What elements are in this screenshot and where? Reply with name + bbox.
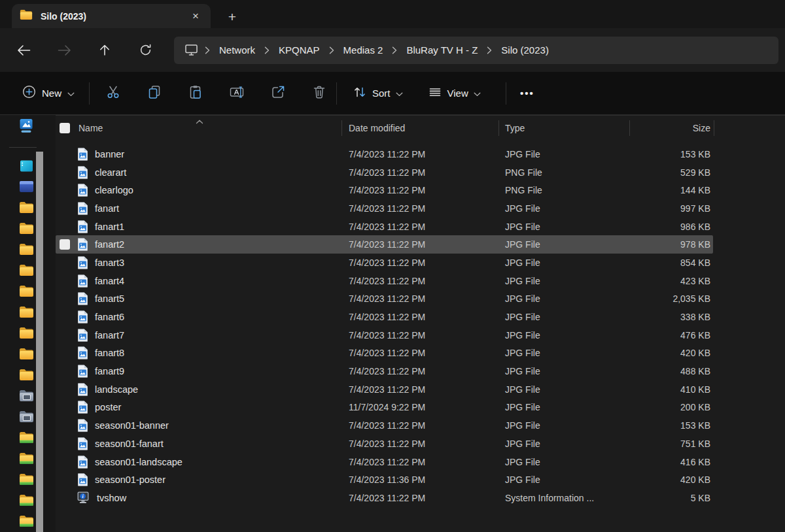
sidebar-item-folder[interactable] [18,348,34,363]
sidebar-item-video-folder[interactable] [18,410,34,425]
file-row[interactable]: fanart57/4/2023 11:22 PMJPG File2,035 KB [56,290,713,308]
see-more-button[interactable]: ••• [514,81,540,106]
image-file-icon [77,310,88,324]
sidebar-item-folder[interactable] [18,201,34,216]
file-row[interactable]: itvshow7/4/2023 11:22 PMSystem Informati… [56,489,713,507]
file-row[interactable]: banner7/4/2023 11:22 PMJPG File153 KB [56,145,713,163]
sidebar-item-pictures[interactable] [18,120,34,135]
sidebar-item-folder[interactable] [18,243,34,258]
forward-button[interactable] [51,39,77,62]
file-row[interactable]: fanart97/4/2023 11:22 PMJPG File488 KB [56,362,713,380]
nav-pane-scrollbar[interactable] [36,152,43,532]
new-tab-button[interactable]: + [221,6,243,28]
sidebar-item-folder[interactable] [18,222,34,237]
share-button[interactable] [264,80,292,107]
refresh-button[interactable] [132,39,158,62]
file-size: 420 KB [629,344,713,363]
address-bar[interactable]: NetworkKPQNAPMedias 2BluRay TV H - ZSilo… [174,37,778,64]
file-name: season01-landscape [95,457,183,467]
sidebar-item-video-folder[interactable] [18,390,34,405]
row-checkbox[interactable] [60,239,70,250]
breadcrumb-chevron-icon[interactable] [262,46,272,54]
file-size: 423 KB [629,272,713,290]
file-name: fanart1 [95,222,124,232]
breadcrumb-segment[interactable]: KPQNAP [272,41,326,59]
file-row[interactable]: fanart67/4/2023 11:22 PMJPG File338 KB [56,308,713,326]
copy-button[interactable] [140,80,169,107]
sidebar-item-desktop[interactable] [18,159,34,175]
file-row[interactable]: poster11/7/2024 9:22 PMJPG File200 KB [56,399,713,417]
file-row[interactable]: fanart47/4/2023 11:22 PMJPG File423 KB [56,272,713,290]
sidebar-item-media-folder[interactable] [18,431,34,446]
sidebar-item-folder[interactable] [18,285,34,300]
breadcrumb-chevron-icon[interactable] [326,46,337,54]
file-row[interactable]: fanart87/4/2023 11:22 PMJPG File420 KB [56,344,713,363]
column-separator[interactable] [629,120,630,136]
close-tab-icon[interactable]: × [187,8,204,25]
file-type: JPG File [498,380,629,399]
column-separator[interactable] [341,120,342,136]
explorer-tab[interactable]: Silo (2023) × [12,4,211,28]
column-separator[interactable] [714,120,714,136]
file-row[interactable]: fanart7/4/2023 11:22 PMJPG File997 KB [56,199,713,218]
breadcrumb-segment[interactable]: Silo (2023) [495,41,555,59]
delete-button[interactable] [305,80,334,107]
rename-button[interactable] [222,80,251,107]
file-date-modified: 7/4/2023 11:22 PM [341,489,498,507]
file-row[interactable]: season01-poster7/4/2023 11:36 PMJPG File… [56,471,713,489]
column-header-date-modified[interactable]: Date modified [341,116,498,141]
file-row[interactable]: season01-landscape7/4/2023 11:22 PMJPG F… [56,453,713,471]
sidebar-item-folder[interactable] [18,264,34,279]
new-button[interactable]: New [16,80,81,107]
up-button[interactable] [92,39,118,62]
cut-button[interactable] [99,80,128,107]
sidebar-item-media-folder[interactable] [18,473,34,488]
breadcrumb-chevron-icon[interactable] [484,46,495,54]
file-type: JPG File [498,362,629,380]
cut-icon [105,84,121,103]
breadcrumb-segment[interactable]: Medias 2 [337,41,390,59]
share-icon [270,84,286,103]
sort-button[interactable]: Sort [345,80,411,107]
file-row[interactable]: clearart7/4/2023 11:22 PMPNG File529 KB [56,163,713,182]
sidebar-item-media-folder[interactable] [18,515,34,530]
sidebar-item-folder[interactable] [18,306,34,321]
file-row[interactable]: season01-banner7/4/2023 11:22 PMJPG File… [56,416,713,435]
breadcrumb-chevron-icon[interactable] [202,46,213,54]
file-size: 416 KB [629,453,713,471]
file-row[interactable]: fanart37/4/2023 11:22 PMJPG File854 KB [56,254,713,272]
file-row[interactable]: season01-fanart7/4/2023 11:22 PMJPG File… [56,435,713,453]
file-type: JPG File [498,308,629,326]
sidebar-item-folder[interactable] [18,369,34,384]
file-row[interactable]: clearlogo7/4/2023 11:22 PMPNG File144 KB [56,181,713,199]
paste-button[interactable] [181,80,210,107]
breadcrumb-segment[interactable]: BluRay TV H - Z [400,41,484,59]
file-size: 420 KB [629,471,713,489]
column-header-size[interactable]: Size [629,116,713,141]
breadcrumb-segment[interactable]: Network [213,41,262,59]
file-row[interactable]: landscape7/4/2023 11:22 PMJPG File410 KB [56,380,713,399]
file-size: 2,035 KB [629,290,713,308]
breadcrumb-chevron-icon[interactable] [389,46,400,54]
view-button-label: View [447,88,468,99]
file-row[interactable]: fanart77/4/2023 11:22 PMJPG File476 KB [56,326,713,344]
view-button[interactable]: View [420,80,489,107]
pictures-icon [18,118,34,137]
file-row[interactable]: fanart27/4/2023 11:22 PMJPG File978 KB [56,235,713,254]
select-all-checkbox[interactable] [60,123,70,133]
file-date-modified: 7/4/2023 11:22 PM [341,181,498,199]
sidebar-item-folder[interactable] [18,327,34,342]
this-pc-monitor-icon[interactable] [183,44,202,56]
sidebar-item-documents[interactable] [18,180,34,195]
sort-ascending-icon[interactable] [196,116,203,126]
sidebar-item-media-folder[interactable] [18,494,34,509]
back-button[interactable] [10,39,37,62]
file-name: fanart4 [95,276,124,286]
file-date-modified: 7/4/2023 11:22 PM [341,272,498,290]
column-separator[interactable] [498,120,499,136]
sidebar-item-media-folder[interactable] [18,452,34,467]
column-header-type[interactable]: Type [498,116,629,141]
system-info-icon: i [77,491,90,505]
file-type: JPG File [498,326,629,344]
file-row[interactable]: fanart17/4/2023 11:22 PMJPG File986 KB [56,218,713,236]
